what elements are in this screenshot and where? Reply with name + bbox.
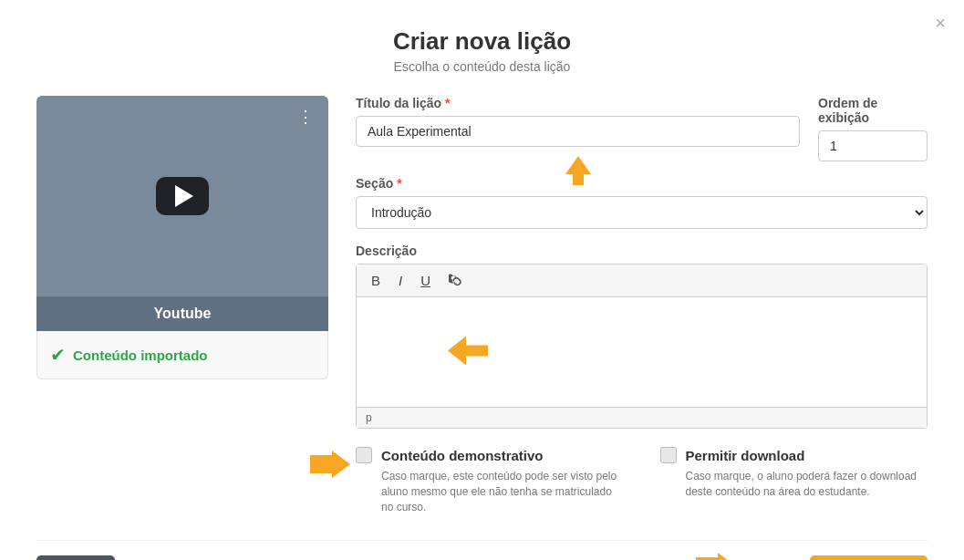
svg-marker-0 (565, 156, 591, 174)
italic-button[interactable]: I (393, 271, 408, 290)
download-checkbox[interactable] (660, 447, 677, 463)
ordem-group: Ordem de exibição (818, 96, 928, 161)
video-thumbnail: ⋮ (36, 96, 328, 296)
descricao-group: Descrição B I U (356, 244, 928, 429)
descricao-label: Descrição (356, 244, 928, 258)
imported-badge: ✔ Conteúdo importado (36, 331, 328, 379)
download-checkbox-group: Permitir download Caso marque, o aluno p… (660, 447, 928, 514)
modal-footer: Voltar Criar lição (36, 540, 928, 560)
ordem-input[interactable] (818, 130, 928, 161)
title-order-row: Título da lição * Ordem de exibição (356, 96, 928, 161)
bold-button[interactable]: B (366, 271, 386, 290)
demo-checkbox-group: Conteúdo demonstrativo Caso marque, este… (356, 447, 624, 514)
download-label: Permitir download (686, 448, 805, 463)
download-desc: Caso marque, o aluno poderá fazer o down… (686, 469, 928, 500)
titulo-required: * (445, 96, 450, 110)
annotation-arrow-left (448, 337, 488, 368)
right-panel: Título da lição * Ordem de exibição Se (356, 96, 928, 514)
modal-body: ⋮ Youtube ✔ Conteúdo importado Título da… (36, 96, 928, 514)
editor-wrapper: B I U p (356, 264, 928, 429)
video-type-label: Youtube (36, 296, 328, 331)
titulo-label: Título da lição * (356, 96, 800, 110)
modal-title: Criar nova lição (36, 27, 928, 56)
left-panel: ⋮ Youtube ✔ Conteúdo importado (36, 96, 328, 514)
svg-marker-2 (448, 337, 488, 366)
annotation-arrow-create (696, 553, 736, 560)
modal-subtitle: Escolha o conteúdo desta lição (36, 59, 928, 74)
svg-marker-4 (696, 553, 736, 560)
demo-label: Conteúdo demonstrativo (381, 448, 544, 463)
download-checkbox-row: Permitir download (660, 447, 928, 463)
video-options-icon[interactable]: ⋮ (297, 107, 316, 127)
check-icon: ✔ (50, 344, 66, 366)
create-button[interactable]: Criar lição (810, 555, 928, 560)
imported-text: Conteúdo importado (73, 347, 207, 363)
play-button[interactable] (156, 177, 209, 215)
svg-marker-3 (310, 451, 350, 478)
titulo-input[interactable] (356, 116, 800, 147)
underline-button[interactable]: U (415, 271, 436, 290)
editor-content[interactable] (357, 297, 927, 407)
editor-footer: p (357, 407, 927, 428)
annotation-arrow-up (564, 156, 593, 189)
secao-required: * (397, 176, 401, 191)
link-button[interactable] (443, 270, 469, 291)
create-lesson-modal: × Criar nova lição Escolha o conteúdo de… (0, 0, 964, 560)
ordem-label: Ordem de exibição (818, 96, 928, 125)
secao-group: Seção * Introdução Módulo 1 Módulo 2 (356, 176, 928, 229)
svg-rect-1 (573, 174, 584, 185)
titulo-group: Título da lição * (356, 96, 800, 161)
editor-toolbar: B I U (357, 264, 927, 297)
back-button[interactable]: Voltar (36, 555, 115, 560)
demo-checkbox[interactable] (356, 447, 372, 463)
annotation-arrow-right-demo (310, 451, 350, 482)
close-button[interactable]: × (935, 13, 946, 34)
checkboxes-area: Conteúdo demonstrativo Caso marque, este… (356, 447, 928, 514)
secao-select[interactable]: Introdução Módulo 1 Módulo 2 (356, 196, 928, 229)
demo-checkbox-row: Conteúdo demonstrativo (356, 447, 624, 463)
demo-desc: Caso marque, este conteúdo pode ser vist… (381, 469, 624, 514)
secao-label: Seção * (356, 176, 928, 191)
